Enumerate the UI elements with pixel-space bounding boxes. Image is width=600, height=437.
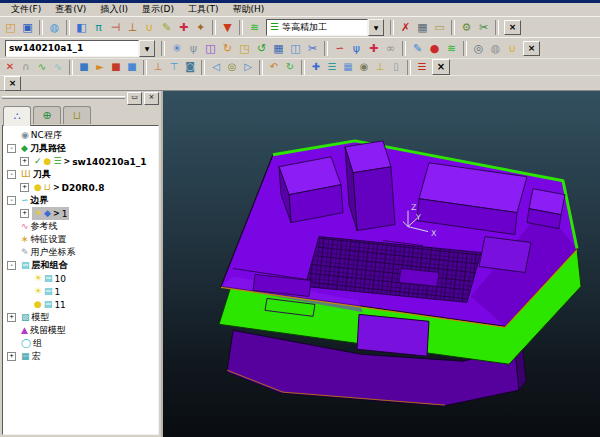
tree-item[interactable]: ☀◆>1	[32, 207, 69, 220]
refresh-sim-icon[interactable]: ↻	[282, 60, 298, 74]
model-icon[interactable]: ◧	[73, 19, 90, 35]
views-tab[interactable]: ⊕	[33, 106, 61, 124]
lock-icon[interactable]: ∩	[18, 60, 34, 74]
document-icon[interactable]: ▯	[388, 60, 404, 74]
block2-icon[interactable]: ■	[124, 60, 140, 74]
calculator-icon[interactable]: ▦	[414, 19, 431, 35]
tool-ball-icon[interactable]: ⊥	[124, 19, 141, 35]
hatch-icon[interactable]: ≋	[443, 40, 460, 56]
import-icon[interactable]: ◳	[236, 40, 253, 56]
tool-list-icon[interactable]: ☰	[414, 60, 430, 74]
recycle-tab[interactable]: ⊔	[63, 106, 91, 124]
menu-tools[interactable]: 工具(T)	[181, 3, 226, 16]
pin-icon[interactable]: ●	[426, 40, 443, 56]
chain-icon[interactable]: ∞	[382, 40, 399, 56]
block-combo[interactable]: sw140210a1_1▼	[5, 40, 155, 57]
tree-item[interactable]: ▦宏	[19, 350, 43, 363]
pattern-icon[interactable]: ✚	[175, 19, 192, 35]
tool-icon[interactable]: ⊣	[107, 19, 124, 35]
delete-icon[interactable]: ✗	[397, 19, 414, 35]
screw-green-icon[interactable]: ∿	[34, 60, 50, 74]
annotate-icon[interactable]: ✎	[409, 40, 426, 56]
tree-item[interactable]: Ш刀具	[19, 168, 53, 181]
explorer-tab[interactable]: ∴	[3, 106, 31, 126]
nc-program-icon[interactable]: ∪	[141, 19, 158, 35]
tree-item[interactable]: ∿参考线	[19, 220, 60, 233]
workplane-icon[interactable]: ✦	[192, 19, 209, 35]
magnifier-icon[interactable]: ◎	[470, 40, 487, 56]
tree-item[interactable]: ∗特征设置	[19, 233, 69, 246]
tree-item[interactable]: ✓●☰>sw140210a1_1	[32, 155, 149, 168]
collision-icon[interactable]: ■	[108, 60, 124, 74]
save-icon[interactable]: ▣	[19, 19, 36, 35]
cut-icon[interactable]: ✂	[475, 19, 492, 35]
tree-item[interactable]: ◆刀具路径	[19, 142, 68, 155]
tree-item[interactable]: ∽边界	[19, 194, 51, 207]
levels-icon[interactable]: ☰	[324, 60, 340, 74]
tree-item[interactable]: ●▤11	[32, 298, 68, 311]
viewport-3d[interactable]: Z Y X	[163, 91, 600, 437]
screw-teal-icon[interactable]: ∿	[50, 60, 66, 74]
grab-icon[interactable]: ψ	[185, 40, 202, 56]
sheets-icon[interactable]: ◫	[202, 40, 219, 56]
tree-item[interactable]: ◯组	[19, 337, 44, 350]
block-combo-field[interactable]: sw140210a1_1	[5, 40, 139, 57]
print-icon[interactable]: ◍	[46, 19, 63, 35]
menu-view[interactable]: 查看(V)	[48, 3, 93, 16]
panel-close-button[interactable]: ×	[144, 92, 159, 105]
strategy-combo[interactable]: ☰等高精加工▼	[266, 19, 384, 36]
rotate-view-icon[interactable]: ↻	[219, 40, 236, 56]
play-cone-icon[interactable]: ►	[92, 60, 108, 74]
lamp-icon[interactable]: ◍	[487, 40, 504, 56]
sim-tool-icon[interactable]: ⊤	[166, 60, 182, 74]
copy-icon[interactable]: ◫	[287, 40, 304, 56]
measure-icon[interactable]: ▭	[431, 19, 448, 35]
tree-item[interactable]: ●⊔>D20R0.8	[32, 181, 106, 194]
collapse-button[interactable]: -	[7, 196, 16, 205]
undo-rotate-icon[interactable]: ↶	[266, 60, 282, 74]
machine-icon[interactable]: ◙	[182, 60, 198, 74]
tree-item[interactable]: ☀▤1	[32, 285, 62, 298]
simulate-icon[interactable]: ▼	[219, 19, 236, 35]
front-step-block[interactable]	[357, 314, 429, 356]
tree-item[interactable]: ▤层和组合	[19, 259, 70, 272]
strategy-combo-field[interactable]: ☰等高精加工	[266, 19, 368, 36]
step-forward-icon[interactable]: ▷	[240, 60, 256, 74]
nc-u-icon[interactable]: ∪	[504, 40, 521, 56]
menu-insert[interactable]: 插入(I)	[93, 3, 135, 16]
refresh-icon[interactable]: ↺	[253, 40, 270, 56]
snapshot-icon[interactable]: ◉	[356, 60, 372, 74]
tree-item[interactable]: ✎用户坐标系	[19, 246, 78, 259]
grid-icon[interactable]: ▦	[340, 60, 356, 74]
panel-grip[interactable]	[2, 96, 125, 100]
tree-item[interactable]: ▧模型	[19, 311, 52, 324]
table-icon[interactable]: ▦	[270, 40, 287, 56]
collapse-button[interactable]: -	[7, 261, 16, 270]
tree-item[interactable]: ◉NC程序	[19, 129, 64, 142]
stock-icon[interactable]: ■	[76, 60, 92, 74]
delete-all-icon[interactable]: ✕	[2, 60, 18, 74]
options-icon[interactable]: ⚙	[458, 19, 475, 35]
curve-icon[interactable]: ∽	[331, 40, 348, 56]
points-icon[interactable]: ✚	[365, 40, 382, 56]
tree-item[interactable]: ▲残留模型	[19, 324, 68, 337]
step-back-icon[interactable]: ◁	[208, 60, 224, 74]
menu-file[interactable]: 文件(F)	[4, 3, 48, 16]
block-combo-dropdown-button[interactable]: ▼	[139, 40, 155, 57]
expand-button[interactable]: +	[20, 183, 29, 192]
toolbar4-close-button[interactable]: ×	[4, 76, 21, 91]
add-tool-icon[interactable]: ✚	[308, 60, 324, 74]
expand-button[interactable]: +	[20, 209, 29, 218]
boundary-draw-icon[interactable]: ✎	[158, 19, 175, 35]
expand-button[interactable]: +	[7, 352, 16, 361]
toolbar3-close-button[interactable]: ×	[432, 59, 450, 75]
springs-icon[interactable]: ≋	[246, 19, 263, 35]
toolbar1-close-button[interactable]: ×	[504, 20, 521, 35]
snip-icon[interactable]: ✂	[304, 40, 321, 56]
expand-button[interactable]: +	[7, 313, 16, 322]
expand-button[interactable]: +	[20, 157, 29, 166]
strategy-combo-dropdown-button[interactable]: ▼	[368, 19, 384, 36]
sim-press-icon[interactable]: ⊥	[150, 60, 166, 74]
toolpath-icon[interactable]: π	[90, 19, 107, 35]
tree-item[interactable]: ☀▤10	[32, 272, 68, 285]
